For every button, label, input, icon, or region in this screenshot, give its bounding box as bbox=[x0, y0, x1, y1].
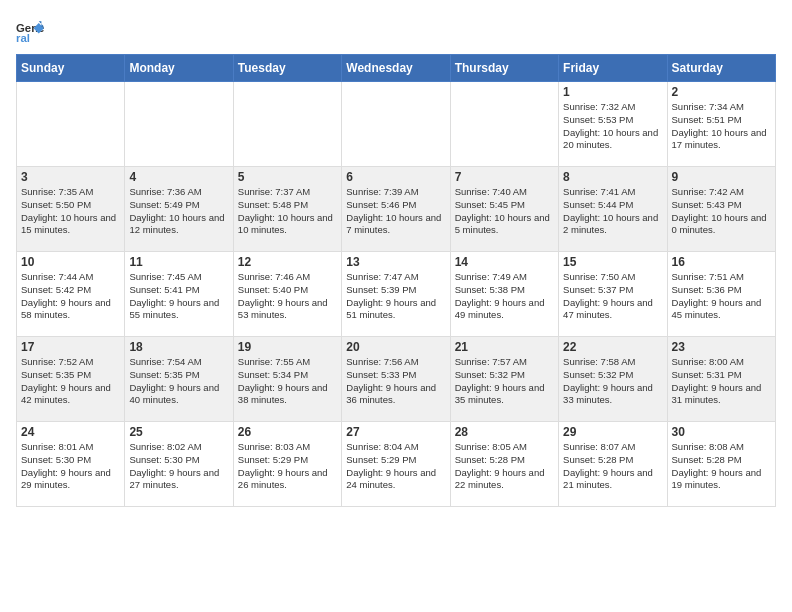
day-info: Sunrise: 7:49 AM Sunset: 5:38 PM Dayligh… bbox=[455, 271, 554, 322]
day-info: Sunrise: 8:05 AM Sunset: 5:28 PM Dayligh… bbox=[455, 441, 554, 492]
day-number: 3 bbox=[21, 170, 120, 184]
day-info: Sunrise: 7:47 AM Sunset: 5:39 PM Dayligh… bbox=[346, 271, 445, 322]
day-number: 20 bbox=[346, 340, 445, 354]
weekday-header-saturday: Saturday bbox=[667, 55, 775, 82]
calendar-header-row: SundayMondayTuesdayWednesdayThursdayFrid… bbox=[17, 55, 776, 82]
weekday-header-sunday: Sunday bbox=[17, 55, 125, 82]
day-info: Sunrise: 7:42 AM Sunset: 5:43 PM Dayligh… bbox=[672, 186, 771, 237]
day-number: 28 bbox=[455, 425, 554, 439]
calendar-week-row: 17Sunrise: 7:52 AM Sunset: 5:35 PM Dayli… bbox=[17, 337, 776, 422]
calendar-cell: 8Sunrise: 7:41 AM Sunset: 5:44 PM Daylig… bbox=[559, 167, 667, 252]
day-info: Sunrise: 7:51 AM Sunset: 5:36 PM Dayligh… bbox=[672, 271, 771, 322]
weekday-header-tuesday: Tuesday bbox=[233, 55, 341, 82]
weekday-header-monday: Monday bbox=[125, 55, 233, 82]
day-info: Sunrise: 7:32 AM Sunset: 5:53 PM Dayligh… bbox=[563, 101, 662, 152]
day-info: Sunrise: 7:36 AM Sunset: 5:49 PM Dayligh… bbox=[129, 186, 228, 237]
day-info: Sunrise: 7:35 AM Sunset: 5:50 PM Dayligh… bbox=[21, 186, 120, 237]
calendar-cell: 10Sunrise: 7:44 AM Sunset: 5:42 PM Dayli… bbox=[17, 252, 125, 337]
day-info: Sunrise: 7:39 AM Sunset: 5:46 PM Dayligh… bbox=[346, 186, 445, 237]
calendar-cell: 30Sunrise: 8:08 AM Sunset: 5:28 PM Dayli… bbox=[667, 422, 775, 507]
calendar-cell: 1Sunrise: 7:32 AM Sunset: 5:53 PM Daylig… bbox=[559, 82, 667, 167]
calendar-cell: 24Sunrise: 8:01 AM Sunset: 5:30 PM Dayli… bbox=[17, 422, 125, 507]
day-number: 23 bbox=[672, 340, 771, 354]
day-info: Sunrise: 7:55 AM Sunset: 5:34 PM Dayligh… bbox=[238, 356, 337, 407]
day-number: 2 bbox=[672, 85, 771, 99]
day-info: Sunrise: 7:58 AM Sunset: 5:32 PM Dayligh… bbox=[563, 356, 662, 407]
calendar-cell: 25Sunrise: 8:02 AM Sunset: 5:30 PM Dayli… bbox=[125, 422, 233, 507]
day-number: 8 bbox=[563, 170, 662, 184]
calendar-cell: 28Sunrise: 8:05 AM Sunset: 5:28 PM Dayli… bbox=[450, 422, 558, 507]
day-info: Sunrise: 7:45 AM Sunset: 5:41 PM Dayligh… bbox=[129, 271, 228, 322]
day-number: 9 bbox=[672, 170, 771, 184]
day-info: Sunrise: 7:56 AM Sunset: 5:33 PM Dayligh… bbox=[346, 356, 445, 407]
day-info: Sunrise: 7:44 AM Sunset: 5:42 PM Dayligh… bbox=[21, 271, 120, 322]
calendar-cell: 27Sunrise: 8:04 AM Sunset: 5:29 PM Dayli… bbox=[342, 422, 450, 507]
day-number: 4 bbox=[129, 170, 228, 184]
day-number: 13 bbox=[346, 255, 445, 269]
day-info: Sunrise: 7:37 AM Sunset: 5:48 PM Dayligh… bbox=[238, 186, 337, 237]
day-number: 29 bbox=[563, 425, 662, 439]
calendar-cell: 3Sunrise: 7:35 AM Sunset: 5:50 PM Daylig… bbox=[17, 167, 125, 252]
day-info: Sunrise: 7:52 AM Sunset: 5:35 PM Dayligh… bbox=[21, 356, 120, 407]
calendar-cell: 20Sunrise: 7:56 AM Sunset: 5:33 PM Dayli… bbox=[342, 337, 450, 422]
day-number: 7 bbox=[455, 170, 554, 184]
day-number: 27 bbox=[346, 425, 445, 439]
calendar-cell bbox=[125, 82, 233, 167]
day-info: Sunrise: 8:08 AM Sunset: 5:28 PM Dayligh… bbox=[672, 441, 771, 492]
calendar-cell: 11Sunrise: 7:45 AM Sunset: 5:41 PM Dayli… bbox=[125, 252, 233, 337]
weekday-header-thursday: Thursday bbox=[450, 55, 558, 82]
day-info: Sunrise: 7:40 AM Sunset: 5:45 PM Dayligh… bbox=[455, 186, 554, 237]
day-number: 16 bbox=[672, 255, 771, 269]
calendar-cell: 15Sunrise: 7:50 AM Sunset: 5:37 PM Dayli… bbox=[559, 252, 667, 337]
calendar-cell: 22Sunrise: 7:58 AM Sunset: 5:32 PM Dayli… bbox=[559, 337, 667, 422]
day-number: 24 bbox=[21, 425, 120, 439]
day-number: 11 bbox=[129, 255, 228, 269]
calendar-cell: 19Sunrise: 7:55 AM Sunset: 5:34 PM Dayli… bbox=[233, 337, 341, 422]
calendar-cell: 9Sunrise: 7:42 AM Sunset: 5:43 PM Daylig… bbox=[667, 167, 775, 252]
calendar-cell: 6Sunrise: 7:39 AM Sunset: 5:46 PM Daylig… bbox=[342, 167, 450, 252]
day-number: 18 bbox=[129, 340, 228, 354]
calendar-cell: 23Sunrise: 8:00 AM Sunset: 5:31 PM Dayli… bbox=[667, 337, 775, 422]
calendar-week-row: 3Sunrise: 7:35 AM Sunset: 5:50 PM Daylig… bbox=[17, 167, 776, 252]
day-number: 26 bbox=[238, 425, 337, 439]
day-number: 15 bbox=[563, 255, 662, 269]
day-info: Sunrise: 8:04 AM Sunset: 5:29 PM Dayligh… bbox=[346, 441, 445, 492]
page-header: Gene ral bbox=[16, 16, 776, 44]
day-info: Sunrise: 7:54 AM Sunset: 5:35 PM Dayligh… bbox=[129, 356, 228, 407]
day-info: Sunrise: 7:34 AM Sunset: 5:51 PM Dayligh… bbox=[672, 101, 771, 152]
calendar-cell bbox=[17, 82, 125, 167]
day-info: Sunrise: 7:41 AM Sunset: 5:44 PM Dayligh… bbox=[563, 186, 662, 237]
day-number: 6 bbox=[346, 170, 445, 184]
calendar-cell: 18Sunrise: 7:54 AM Sunset: 5:35 PM Dayli… bbox=[125, 337, 233, 422]
calendar-cell: 2Sunrise: 7:34 AM Sunset: 5:51 PM Daylig… bbox=[667, 82, 775, 167]
day-number: 19 bbox=[238, 340, 337, 354]
day-number: 30 bbox=[672, 425, 771, 439]
calendar-table: SundayMondayTuesdayWednesdayThursdayFrid… bbox=[16, 54, 776, 507]
calendar-cell: 12Sunrise: 7:46 AM Sunset: 5:40 PM Dayli… bbox=[233, 252, 341, 337]
calendar-cell: 17Sunrise: 7:52 AM Sunset: 5:35 PM Dayli… bbox=[17, 337, 125, 422]
svg-text:ral: ral bbox=[16, 32, 30, 44]
day-number: 21 bbox=[455, 340, 554, 354]
calendar-cell: 5Sunrise: 7:37 AM Sunset: 5:48 PM Daylig… bbox=[233, 167, 341, 252]
day-number: 17 bbox=[21, 340, 120, 354]
day-info: Sunrise: 8:02 AM Sunset: 5:30 PM Dayligh… bbox=[129, 441, 228, 492]
calendar-cell: 26Sunrise: 8:03 AM Sunset: 5:29 PM Dayli… bbox=[233, 422, 341, 507]
day-info: Sunrise: 7:57 AM Sunset: 5:32 PM Dayligh… bbox=[455, 356, 554, 407]
weekday-header-wednesday: Wednesday bbox=[342, 55, 450, 82]
day-number: 5 bbox=[238, 170, 337, 184]
calendar-cell bbox=[233, 82, 341, 167]
calendar-cell: 29Sunrise: 8:07 AM Sunset: 5:28 PM Dayli… bbox=[559, 422, 667, 507]
day-number: 22 bbox=[563, 340, 662, 354]
logo: Gene ral bbox=[16, 16, 48, 44]
day-number: 1 bbox=[563, 85, 662, 99]
day-info: Sunrise: 7:46 AM Sunset: 5:40 PM Dayligh… bbox=[238, 271, 337, 322]
calendar-week-row: 10Sunrise: 7:44 AM Sunset: 5:42 PM Dayli… bbox=[17, 252, 776, 337]
day-info: Sunrise: 7:50 AM Sunset: 5:37 PM Dayligh… bbox=[563, 271, 662, 322]
day-info: Sunrise: 8:00 AM Sunset: 5:31 PM Dayligh… bbox=[672, 356, 771, 407]
calendar-cell: 16Sunrise: 7:51 AM Sunset: 5:36 PM Dayli… bbox=[667, 252, 775, 337]
calendar-week-row: 1Sunrise: 7:32 AM Sunset: 5:53 PM Daylig… bbox=[17, 82, 776, 167]
calendar-cell: 21Sunrise: 7:57 AM Sunset: 5:32 PM Dayli… bbox=[450, 337, 558, 422]
calendar-cell: 7Sunrise: 7:40 AM Sunset: 5:45 PM Daylig… bbox=[450, 167, 558, 252]
calendar-cell: 14Sunrise: 7:49 AM Sunset: 5:38 PM Dayli… bbox=[450, 252, 558, 337]
day-number: 12 bbox=[238, 255, 337, 269]
